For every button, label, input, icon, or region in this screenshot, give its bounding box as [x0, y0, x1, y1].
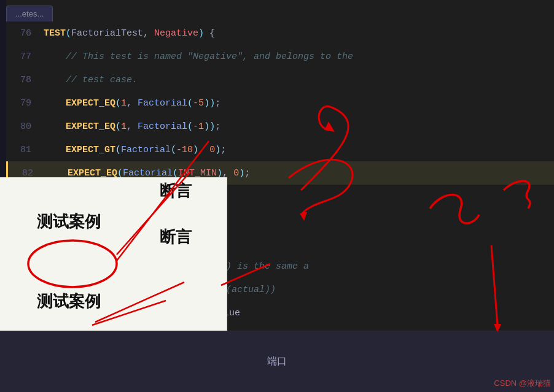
line-content: // This test is named "Negative", and be…: [40, 52, 353, 62]
annotation-area: 测试案例 断言 断言 测试案例: [0, 177, 227, 331]
line-number: 79: [6, 98, 40, 109]
line-content: // test case.: [40, 75, 138, 85]
code-line-80: 80 EXPECT_EQ(1, Factorial(-1));: [6, 115, 554, 138]
annotation-label-2: 断言: [160, 180, 192, 202]
code-line-79: 79 EXPECT_EQ(1, Factorial(-5));: [6, 91, 554, 115]
code-line-76: 76 TEST(FactorialTest, Negative) {: [6, 21, 554, 45]
watermark: CSDN @液瑞猫: [494, 378, 551, 389]
line-content: TEST(FactorialTest, Negative) {: [40, 28, 215, 39]
line-number: 81: [6, 145, 40, 155]
code-line-77: 77 // This test is named "Negative", and…: [6, 45, 554, 68]
line-number: 78: [6, 75, 40, 85]
line-content: EXPECT_EQ(1, Factorial(-1));: [40, 121, 220, 132]
line-content: EXPECT_GT(Factorial(-10), 0);: [40, 145, 226, 155]
annotation-label-3: 断言: [160, 226, 192, 248]
bottom-panel: 端口: [0, 331, 554, 392]
annotation-label-4: 测试案例: [37, 291, 101, 312]
terminal-tab[interactable]: 端口: [255, 350, 299, 373]
code-line-78: 78 // test case.: [6, 68, 554, 91]
line-content: EXPECT_EQ(Factorial(INT_MIN), 0);: [42, 168, 250, 179]
tab-strip: ...etes...: [6, 0, 53, 21]
editor-tab[interactable]: ...etes...: [6, 6, 53, 21]
line-number: 77: [6, 52, 40, 62]
line-number: 80: [6, 121, 40, 132]
line-content: EXPECT_EQ(1, Factorial(-5));: [40, 98, 220, 109]
line-number: 76: [6, 28, 40, 39]
annotation-label-1: 测试案例: [37, 211, 101, 233]
code-line-81: 81 EXPECT_GT(Factorial(-10), 0);: [6, 138, 554, 161]
line-number: 82: [8, 168, 42, 179]
